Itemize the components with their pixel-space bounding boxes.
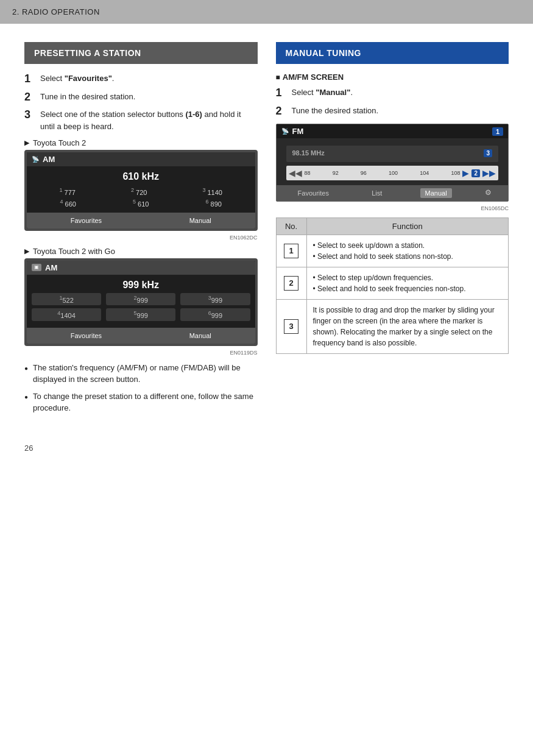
fm-badge-3: 3	[484, 149, 492, 157]
favourites-btn-fm[interactable]: Favourites	[293, 188, 334, 198]
fm-scale: 88 92 96 100 104 108	[305, 170, 461, 176]
am-frequency-1: 610 kHz	[27, 166, 255, 185]
function-table: No. Function 1 • Select to seek up/down …	[276, 217, 509, 354]
table-header-no: No.	[276, 218, 306, 235]
am-header-2: ▣ AM	[27, 261, 255, 275]
screen-code-2: EN0119DS	[24, 350, 258, 356]
gear-icon[interactable]: ⚙	[485, 188, 492, 198]
step-1: 1 Select "Favourites".	[24, 72, 258, 86]
list-btn-fm[interactable]: List	[367, 188, 387, 198]
manual-btn-1[interactable]: Manual	[183, 216, 217, 225]
fast-forward-btn[interactable]: ▶▶	[482, 168, 496, 178]
bullet-1: The station's frequency (AM/FM) or name …	[24, 362, 258, 386]
amfm-screen-label: AM/FM SCREEN	[276, 72, 509, 82]
row-3-num: 3	[284, 319, 298, 334]
left-column: PRESETTING A STATION 1 Select "Favourite…	[24, 42, 258, 419]
right-column: MANUAL TUNING AM/FM SCREEN 1 Select "Man…	[276, 42, 509, 354]
table-row-3: 3 It is possible to drag and drop the ma…	[276, 300, 509, 354]
am-footer-1: Favourites Manual	[27, 213, 255, 228]
step-2: 2 Tune in the desired station.	[24, 91, 258, 104]
camera-icon: ▣	[32, 264, 41, 271]
favourites-btn-2[interactable]: Favourites	[65, 331, 108, 341]
signal-icon-1: 📡	[32, 156, 39, 163]
fm-signal-icon: 📡	[281, 128, 289, 135]
fm-badge-2: 2	[471, 169, 480, 177]
am-presets-1: 1 777 2 720 3 1140 4 660 5 610 6 890	[27, 185, 255, 212]
seek-right-btn[interactable]: ▶	[462, 168, 469, 178]
manual-steps: 1 Select "Manual". 2 Tune the desired st…	[276, 87, 509, 118]
am-label-2: AM	[45, 263, 57, 272]
seek-left-btn[interactable]: ◀◀	[289, 168, 302, 178]
bullet-list: The station's frequency (AM/FM) or name …	[24, 362, 258, 414]
fm-screen-code: EN1065DC	[276, 205, 509, 211]
fm-label: FM	[292, 127, 304, 136]
favourites-btn-1[interactable]: Favourites	[65, 216, 108, 225]
table-row-2: 2 • Select to step up/down frequencies. …	[276, 267, 509, 300]
step-3: 3 Select one of the station selector but…	[24, 108, 258, 132]
toyota-touch-2-go-label: Toyota Touch 2 with Go	[24, 247, 258, 256]
bullet-2: To change the preset station to a differ…	[24, 390, 258, 414]
am2-footer: Favourites Manual	[27, 328, 255, 344]
table-row-1: 1 • Select to seek up/down a station. • …	[276, 235, 509, 267]
manual-btn-2[interactable]: Manual	[183, 331, 217, 341]
fm-header: 📡 FM 1	[277, 124, 509, 138]
screen-code-1: EN1062DC	[24, 235, 258, 241]
row-1-num: 1	[284, 244, 298, 258]
row-2-function: • Select to step up/down frequencies. • …	[306, 267, 509, 300]
manual-tuning-title: MANUAL TUNING	[276, 42, 509, 64]
am2-presets: 1522 2999 3999 41404 5999 6999	[27, 293, 255, 328]
am-header-1: 📡 AM	[27, 152, 255, 166]
page-number: 26	[24, 443, 33, 453]
fm-tuner: ◀◀ 88 92 96 100 104 108 ▶ 2 ▶▶	[286, 166, 499, 180]
presetting-title: PRESETTING A STATION	[24, 42, 258, 64]
row-3-function: It is possible to drag and drop the mark…	[306, 300, 509, 354]
toyota-touch-2-label: Toyota Touch 2	[24, 138, 258, 147]
toyota-touch-2-screen: 📡 AM 610 kHz 1 777 2 720 3 1140 4 660 5 …	[24, 150, 258, 230]
presetting-steps: 1 Select "Favourites". 2 Tune in the des…	[24, 72, 258, 132]
toyota-touch-2-go-screen: ▣ AM 999 kHz 1522 2999 3999 41404 5999	[24, 258, 258, 346]
row-2-num: 2	[284, 276, 298, 291]
am-frequency-2: 999 kHz	[27, 275, 255, 293]
fm-footer: Favourites List Manual ⚙	[277, 185, 509, 201]
header-bar: 2. RADIO OPERATION	[0, 0, 533, 24]
fm-frequency: 3 98.15 MHz	[286, 146, 499, 162]
row-1-function: • Select to seek up/down a station. • Se…	[306, 235, 509, 267]
table-header-function: Function	[306, 218, 509, 235]
fm-badge-1: 1	[492, 127, 503, 136]
header-title: 2. RADIO OPERATION	[12, 7, 100, 16]
manual-step-1: 1 Select "Manual".	[276, 87, 509, 100]
manual-step-2: 2 Tune the desired station.	[276, 105, 509, 118]
manual-btn-fm[interactable]: Manual	[420, 188, 452, 198]
am-label-1: AM	[43, 155, 55, 164]
page-footer: 26	[24, 443, 509, 453]
fm-screen-mockup: 📡 FM 1 3 98.15 MHz	[276, 124, 509, 202]
